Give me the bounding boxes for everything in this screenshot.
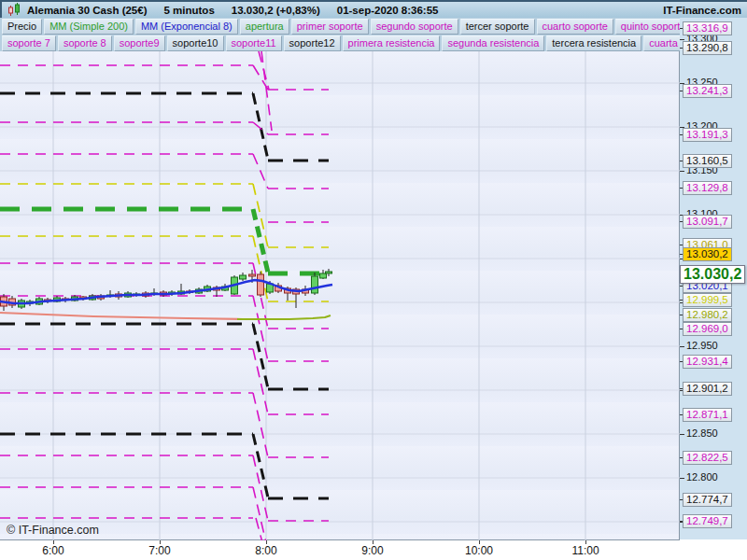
level-price-box: 13.290,8 <box>683 41 732 55</box>
level-price-box: 12.822,5 <box>683 451 732 465</box>
level-price-box: 12.871,1 <box>683 408 732 422</box>
legend-item-3[interactable]: apertura <box>240 19 289 35</box>
legend-item-r2-7[interactable]: segunda resistencia <box>442 35 544 51</box>
time-axis-label: 9:00 <box>352 544 393 557</box>
legend-row-2: soporte 7soporte 8soporte9soporte10sopor… <box>0 35 747 51</box>
price-axis[interactable]: 13.30013.25013.20013.15013.10013.05013.0… <box>680 18 747 539</box>
legend-item-r2-6[interactable]: primera resistencia <box>343 35 441 51</box>
level-price-box: 13.091,7 <box>683 215 732 229</box>
legend-item-r2-5[interactable]: soporte12 <box>284 35 341 51</box>
watermark: © IT-Finance.com <box>7 524 99 537</box>
legend-item-1[interactable]: MM (Simple 200) <box>44 19 134 35</box>
legend-item-7[interactable]: cuarto soporte <box>537 19 613 35</box>
timeframe-label: 5 minutos <box>163 5 214 16</box>
candlestick-icon <box>7 3 21 17</box>
level-price-box: 12.980,2 <box>683 308 732 322</box>
level-price-box: 12.999,5 <box>683 293 732 307</box>
price-axis-tick <box>680 39 684 40</box>
last-price-marker: 13.030,2 <box>683 247 732 261</box>
price-axis-label: 12.850 <box>686 427 718 439</box>
current-price-box: 13.030,2 <box>680 265 745 284</box>
price-axis-label: 12.950 <box>686 340 718 351</box>
price-axis-tick <box>680 478 684 479</box>
legend-item-0[interactable]: Precio <box>2 19 42 35</box>
legend-item-r2-8[interactable]: tercera resistencia <box>546 35 641 51</box>
legend-item-4[interactable]: primer soporte <box>291 19 369 35</box>
level-price-box: 13.160,5 <box>683 154 732 168</box>
level-price-box: 12.901,2 <box>683 382 732 396</box>
instrument-name: Alemania 30 Cash (25€) <box>27 5 147 16</box>
legend-item-r2-4[interactable]: soporte11 <box>226 35 282 51</box>
level-price-box: 12.774,7 <box>683 493 732 507</box>
legend-item-r2-3[interactable]: soporte10 <box>167 35 224 51</box>
legend-item-2[interactable]: MM (Exponencial 8) <box>135 19 238 35</box>
level-price-box: 13.241,3 <box>683 84 732 98</box>
price-axis-tick <box>680 346 684 347</box>
level-price-box: 12.749,7 <box>683 514 732 528</box>
legend-item-r2-2[interactable]: soporte9 <box>114 35 165 51</box>
time-axis-label: 7:00 <box>139 544 180 557</box>
chart-plot-area[interactable] <box>0 51 680 540</box>
price-axis-tick <box>680 434 684 435</box>
chart-window: Alemania 30 Cash (25€) 5 minutos 13.030,… <box>0 0 747 560</box>
time-axis-label: 6:00 <box>33 544 74 557</box>
brand-logo: IT-Finance.com <box>663 5 741 16</box>
level-price-box: 12.969,0 <box>683 322 732 336</box>
time-axis-label: 11:00 <box>565 544 606 557</box>
price-axis-label: 12.800 <box>686 471 718 483</box>
price-chart-canvas[interactable] <box>0 51 680 540</box>
time-axis[interactable]: 6:007:008:009:0010:0011:00 <box>0 540 747 560</box>
legend-row-1: PrecioMM (Simple 200)MM (Exponencial 8)a… <box>0 18 747 35</box>
time-axis-label: 8:00 <box>246 544 287 557</box>
level-price-box: 13.316,9 <box>683 21 732 35</box>
legend-item-r2-0[interactable]: soporte 7 <box>2 35 56 51</box>
last-price-change: 13.030,2 (+0,83%) <box>232 5 320 16</box>
legend-item-6[interactable]: tercer soporte <box>460 19 535 35</box>
legend-item-5[interactable]: segundo soporte <box>371 19 458 35</box>
time-axis-label: 10:00 <box>458 544 500 557</box>
legend-item-r2-1[interactable]: soporte 8 <box>58 35 112 51</box>
datetime-label: 01-sep-2020 8:36:55 <box>337 5 439 16</box>
title-bar: Alemania 30 Cash (25€) 5 minutos 13.030,… <box>0 0 747 18</box>
level-price-box: 13.129,8 <box>683 181 732 195</box>
price-axis-tick <box>680 171 684 172</box>
level-price-box: 12.931,4 <box>683 355 732 369</box>
level-price-box: 13.191,3 <box>683 128 732 142</box>
